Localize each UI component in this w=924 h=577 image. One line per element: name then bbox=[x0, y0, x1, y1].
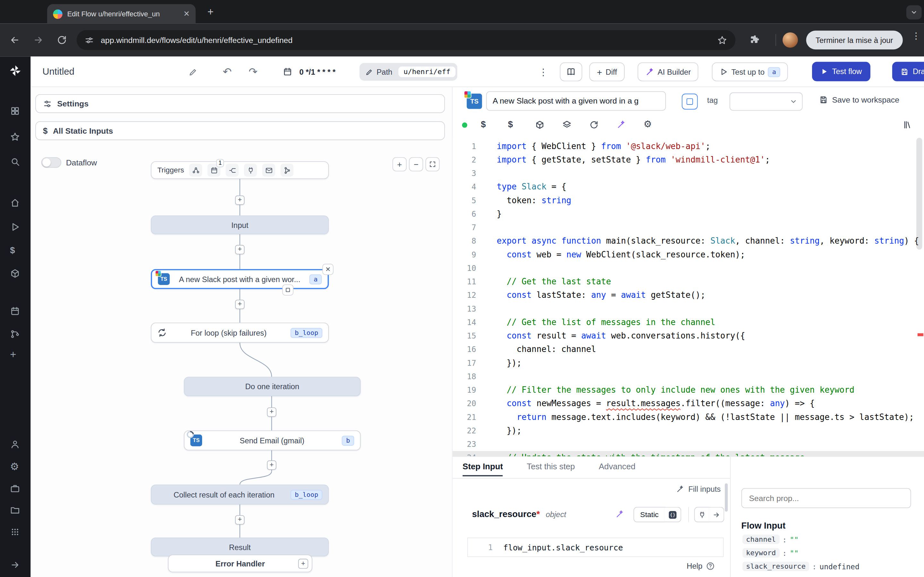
static-mode-button[interactable]: Static bbox=[633, 507, 665, 522]
browser-tab[interactable]: Edit Flow u/henri/effective_un ✕ bbox=[47, 4, 196, 24]
prop-row[interactable]: keyword : "" bbox=[742, 548, 798, 558]
step-summary-input[interactable] bbox=[486, 91, 666, 111]
ai-builder-button[interactable]: AI Builder bbox=[638, 63, 698, 81]
save-to-workspace-button[interactable]: Save to workspace bbox=[819, 95, 899, 105]
groups-grid-icon[interactable] bbox=[10, 527, 20, 537]
address-bar[interactable]: app.windmill.dev/flows/edit/u/henri/effe… bbox=[77, 30, 735, 50]
node-send-email[interactable]: TS Send Email (gmail) b bbox=[184, 430, 360, 450]
insert-step-button[interactable]: + bbox=[267, 460, 276, 470]
docs-book-button[interactable] bbox=[560, 63, 582, 81]
package-icon[interactable] bbox=[535, 120, 544, 129]
code-line[interactable]: 14 // Get the list of messages in the ch… bbox=[453, 316, 924, 329]
extensions-icon[interactable] bbox=[750, 34, 760, 45]
refresh-icon[interactable] bbox=[590, 120, 599, 129]
code-line[interactable]: 12 const lastState: any = await getState… bbox=[453, 288, 924, 302]
expression-editor[interactable]: 1 flow_input.slack_resource bbox=[467, 538, 724, 557]
expand-sidebar-arrow-icon[interactable] bbox=[10, 560, 20, 570]
javascript-mode-button[interactable]: {} bbox=[665, 507, 681, 522]
connect-input-plug-icon[interactable] bbox=[694, 507, 710, 522]
path-value[interactable]: u/henri/eff bbox=[398, 67, 456, 77]
email-trigger-icon[interactable] bbox=[262, 164, 275, 177]
node-error-handler[interactable]: Error Handler + bbox=[168, 554, 312, 572]
home-icon[interactable] bbox=[10, 198, 20, 208]
dataflow-toggle[interactable] bbox=[41, 157, 61, 168]
new-tab-button[interactable]: + bbox=[208, 6, 214, 17]
flow-title[interactable]: Untitled bbox=[42, 63, 74, 81]
node-result[interactable]: Result bbox=[151, 538, 329, 556]
zoom-out-button[interactable]: − bbox=[409, 157, 423, 171]
diff-button[interactable]: +Diff bbox=[590, 63, 625, 81]
code-line[interactable]: 19 // Filter the messages to only includ… bbox=[453, 384, 924, 397]
fill-inputs-button[interactable]: Fill inputs bbox=[676, 485, 720, 494]
tab-close-icon[interactable]: ✕ bbox=[183, 10, 190, 18]
insert-step-button[interactable]: + bbox=[235, 195, 244, 205]
windmill-logo[interactable] bbox=[8, 63, 23, 77]
insert-step-button[interactable]: + bbox=[235, 245, 244, 254]
code-line[interactable]: 9 const web = new WebClient(slack_resour… bbox=[453, 248, 924, 261]
tab-test-this-step[interactable]: Test this step bbox=[527, 457, 575, 475]
back-button[interactable] bbox=[9, 35, 20, 45]
editor-settings-gear-icon[interactable]: ⚙ bbox=[644, 118, 652, 129]
prop-key[interactable]: slack_resource bbox=[742, 562, 809, 571]
remove-node-button[interactable]: ✕ bbox=[322, 264, 334, 275]
undo-icon[interactable]: ↶ bbox=[223, 63, 232, 81]
code-line[interactable]: 3 bbox=[453, 167, 924, 180]
code-line[interactable]: 11 // Get the last state bbox=[453, 275, 924, 288]
node-for-loop[interactable]: For loop (skip failures) b_loop bbox=[151, 323, 329, 343]
node-action-icon[interactable] bbox=[282, 284, 294, 295]
browser-menu-icon[interactable]: ⋮ bbox=[911, 34, 916, 38]
site-settings-icon[interactable] bbox=[85, 35, 94, 45]
cron-schedule[interactable]: 0 */1 * * * * bbox=[299, 63, 336, 81]
tab-advanced[interactable]: Advanced bbox=[599, 457, 635, 475]
prop-row[interactable]: slack_resource : undefined bbox=[742, 562, 859, 571]
code-line[interactable]: 10 bbox=[453, 261, 924, 275]
http-route-trigger-icon[interactable] bbox=[226, 164, 239, 177]
draft-button[interactable]: Draft bbox=[892, 62, 924, 81]
insert-step-button[interactable]: + bbox=[267, 408, 276, 417]
zone-scrollbar-thumb[interactable] bbox=[725, 484, 728, 512]
settings-row[interactable]: Settings bbox=[35, 94, 445, 113]
node-collect-result[interactable]: Collect result of each iteration b_loop bbox=[151, 485, 329, 504]
code-line[interactable]: 22 }); bbox=[453, 424, 924, 437]
edit-title-pencil-icon[interactable] bbox=[189, 63, 198, 81]
reload-button[interactable] bbox=[57, 35, 67, 45]
schedules-calendar-icon[interactable] bbox=[10, 306, 20, 316]
code-line[interactable]: 15 const result = await web.conversation… bbox=[453, 329, 924, 343]
prop-key[interactable]: channel bbox=[742, 535, 779, 544]
schedule-trigger-icon[interactable]: 1 bbox=[208, 164, 220, 177]
test-flow-button[interactable]: Test flow bbox=[812, 62, 870, 81]
prop-key[interactable]: keyword bbox=[742, 548, 779, 558]
editor-scrollbar-thumb[interactable] bbox=[916, 138, 922, 250]
code-line[interactable]: 16 channel: channel bbox=[453, 343, 924, 356]
user-icon[interactable] bbox=[10, 439, 20, 449]
script-library-icon[interactable] bbox=[903, 120, 912, 129]
workspace-briefcase-icon[interactable] bbox=[10, 484, 20, 493]
tab-step-input[interactable]: Step Input bbox=[463, 457, 503, 476]
code-line[interactable]: 23 bbox=[453, 438, 924, 451]
apps-grid-icon[interactable] bbox=[10, 106, 20, 116]
redo-icon[interactable]: ↷ bbox=[249, 63, 258, 81]
websocket-trigger-icon[interactable] bbox=[244, 164, 257, 177]
cache-step-button[interactable] bbox=[682, 93, 698, 110]
code-line[interactable]: 7 bbox=[453, 221, 924, 234]
add-error-handler-button[interactable]: + bbox=[298, 559, 308, 569]
code-editor[interactable]: 1import { WebClient } from '@slack/web-a… bbox=[453, 137, 924, 456]
node-input[interactable]: Input bbox=[151, 215, 329, 234]
search-prop-input[interactable] bbox=[741, 488, 911, 508]
forward-button[interactable] bbox=[33, 35, 44, 45]
code-line[interactable]: 20 const newMessages = result.messages.f… bbox=[453, 397, 924, 410]
path-control[interactable]: Path u/henri/eff bbox=[359, 63, 457, 81]
insert-step-button[interactable]: + bbox=[235, 515, 244, 524]
expression-text[interactable]: flow_input.slack_resource bbox=[503, 543, 623, 552]
triggers-node[interactable]: Triggers 1 bbox=[151, 161, 329, 179]
help-button[interactable]: Help bbox=[687, 562, 715, 571]
resources-cube-icon[interactable] bbox=[10, 269, 20, 279]
all-static-inputs-row[interactable]: $ All Static Inputs bbox=[35, 121, 445, 140]
kafka-trigger-icon[interactable] bbox=[281, 164, 294, 177]
bookmark-star-icon[interactable] bbox=[717, 35, 727, 45]
avatar[interactable] bbox=[782, 32, 798, 48]
test-up-to-button[interactable]: Test up to a bbox=[712, 63, 788, 81]
expand-arrow-icon[interactable] bbox=[709, 507, 724, 522]
more-options-kebab-icon[interactable]: ⋮ bbox=[539, 63, 548, 81]
ai-wand-icon[interactable] bbox=[616, 120, 626, 129]
